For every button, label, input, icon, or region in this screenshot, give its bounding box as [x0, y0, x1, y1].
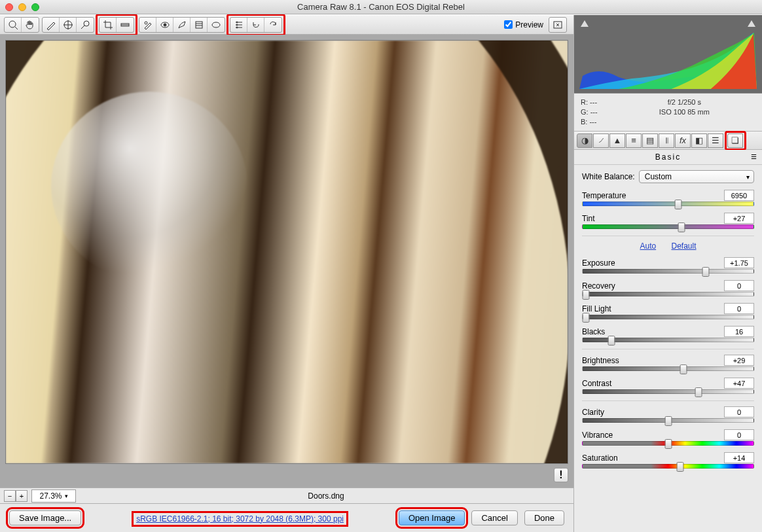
- color-sampler-tool-icon[interactable]: [60, 18, 77, 32]
- hand-tool-icon[interactable]: [22, 18, 39, 32]
- panel-title: Basic ☰: [574, 150, 762, 165]
- preview-checkbox[interactable]: Preview: [504, 20, 543, 29]
- tab-split-toning[interactable]: ▤: [642, 133, 658, 148]
- svg-line-1: [15, 27, 18, 29]
- clarity-slider[interactable]: Clarity: [582, 406, 754, 423]
- filename-label: Doors.dng: [82, 491, 570, 501]
- fill-light-input[interactable]: [724, 303, 754, 314]
- tab-tone-curve[interactable]: ⟋: [593, 133, 609, 148]
- straighten-tool-icon[interactable]: [117, 18, 134, 32]
- title-bar: Camera Raw 8.1 - Canon EOS Digital Rebel: [0, 0, 762, 14]
- svg-point-5: [84, 21, 89, 26]
- tab-basic[interactable]: ◑: [577, 133, 592, 148]
- exif-readout: R: --- G: --- B: --- f/2 1/250 s ISO 100…: [574, 94, 762, 132]
- tab-camera-calibration[interactable]: ◧: [691, 133, 707, 148]
- saturation-input[interactable]: [724, 452, 754, 463]
- vibrance-input[interactable]: [724, 429, 754, 440]
- saturation-slider[interactable]: Saturation: [582, 452, 754, 469]
- recovery-slider[interactable]: Recovery: [582, 280, 754, 296]
- white-balance-label: White Balance:: [582, 172, 635, 181]
- targeted-adjustment-tool-icon[interactable]: [77, 18, 94, 32]
- rotate-ccw-icon[interactable]: [247, 18, 264, 32]
- tab-presets[interactable]: ☰: [708, 133, 723, 148]
- zoom-level-select[interactable]: 27.3%▾: [31, 489, 76, 503]
- tab-detail[interactable]: ▲: [609, 133, 625, 148]
- brightness-slider[interactable]: Brightness: [582, 355, 754, 371]
- top-toolbar: Preview: [0, 15, 573, 35]
- tint-slider[interactable]: Tint: [582, 213, 754, 229]
- spot-removal-tool-icon[interactable]: [139, 18, 156, 32]
- panel-tab-strip: ◑ ⟋ ▲ ≡ ▤ ⦀ fx ◧ ☰ ❏: [574, 132, 762, 150]
- zoom-out-button[interactable]: −: [4, 490, 16, 502]
- open-image-button[interactable]: Open Image: [399, 510, 465, 525]
- zoom-tool-icon[interactable]: [5, 18, 22, 32]
- svg-point-0: [9, 21, 16, 27]
- adjustment-brush-tool-icon[interactable]: [173, 18, 190, 32]
- image-preview[interactable]: [5, 40, 568, 464]
- exposure-input[interactable]: [724, 257, 754, 268]
- panel-menu-icon[interactable]: ☰: [751, 153, 758, 160]
- exposure-slider[interactable]: Exposure: [582, 257, 754, 274]
- tab-effects[interactable]: fx: [675, 133, 691, 148]
- default-link[interactable]: Default: [672, 241, 697, 251]
- rotate-cw-icon[interactable]: [264, 18, 281, 32]
- svg-point-10: [164, 24, 166, 26]
- tab-snapshots[interactable]: ❏: [727, 133, 743, 148]
- svg-rect-11: [196, 22, 202, 28]
- window-title: Camera Raw 8.1 - Canon EOS Digital Rebel: [0, 2, 762, 12]
- warning-icon[interactable]: !: [554, 468, 568, 482]
- histogram[interactable]: [574, 15, 762, 94]
- radial-filter-tool-icon[interactable]: [208, 18, 225, 32]
- contrast-input[interactable]: [724, 378, 754, 389]
- shadow-clip-warning-icon[interactable]: [581, 20, 589, 27]
- highlight-clip-warning-icon[interactable]: [748, 20, 755, 27]
- graduated-filter-tool-icon[interactable]: [190, 18, 208, 32]
- auto-link[interactable]: Auto: [640, 241, 656, 251]
- workflow-options-link[interactable]: sRGB IEC61966-2.1; 16 bit; 3072 by 2048 …: [81, 512, 399, 524]
- temperature-input[interactable]: [724, 190, 754, 201]
- save-image-button[interactable]: Save Image...: [9, 510, 81, 525]
- tint-input[interactable]: [724, 213, 754, 224]
- brightness-input[interactable]: [724, 355, 754, 366]
- done-button[interactable]: Done: [524, 510, 564, 525]
- blacks-input[interactable]: [724, 326, 754, 337]
- vibrance-slider[interactable]: Vibrance: [582, 429, 754, 446]
- tab-hsl[interactable]: ≡: [626, 133, 642, 148]
- contrast-slider[interactable]: Contrast: [582, 378, 754, 394]
- white-balance-select[interactable]: Custom: [639, 170, 754, 183]
- svg-point-8: [145, 22, 147, 24]
- preferences-tool-icon[interactable]: [230, 18, 247, 32]
- clarity-input[interactable]: [724, 406, 754, 417]
- tab-lens-corrections[interactable]: ⦀: [659, 133, 674, 148]
- svg-point-14: [212, 22, 220, 27]
- red-eye-tool-icon[interactable]: [156, 18, 173, 32]
- cancel-button[interactable]: Cancel: [471, 510, 517, 525]
- temperature-slider[interactable]: Temperature: [582, 190, 754, 206]
- fill-light-slider[interactable]: Fill Light: [582, 303, 754, 319]
- recovery-input[interactable]: [724, 280, 754, 291]
- crop-tool-icon[interactable]: [100, 18, 117, 32]
- zoom-in-button[interactable]: +: [16, 490, 27, 502]
- blacks-slider[interactable]: Blacks: [582, 326, 754, 342]
- white-balance-tool-icon[interactable]: [43, 18, 60, 32]
- fullscreen-toggle-icon[interactable]: [549, 18, 566, 32]
